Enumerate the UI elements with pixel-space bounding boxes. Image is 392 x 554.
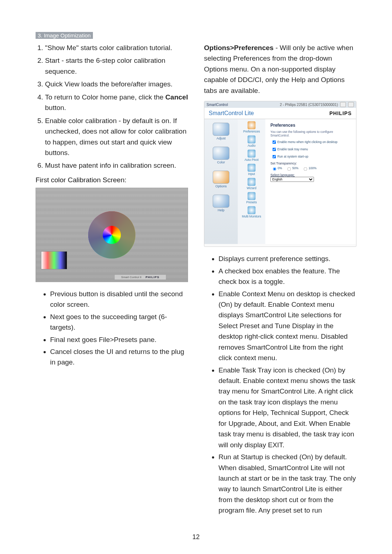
subtab-multi-monitors[interactable]: Multi Monitors bbox=[242, 206, 261, 218]
close-window-button[interactable] bbox=[348, 102, 354, 107]
language-label: Select language: bbox=[270, 173, 351, 177]
window-titlebar: SmartControl 2 - Philips 225B1 (CS307150… bbox=[204, 101, 356, 108]
bullet-item: Run at Startup is checked (On) by defaul… bbox=[219, 452, 356, 516]
panel-description: You can use the following options to con… bbox=[270, 130, 351, 137]
tab-icon bbox=[213, 171, 229, 184]
section-header: 3. Image Optimization bbox=[36, 32, 93, 39]
help-window-button[interactable] bbox=[340, 102, 346, 107]
main-tab-help[interactable]: Help bbox=[210, 195, 232, 212]
calibration-footer: Smart Control II PHILIPS bbox=[115, 275, 166, 280]
step-item: "Show Me" starts color calibration tutor… bbox=[45, 42, 188, 53]
right-column: Options>Preferences - Will only be activ… bbox=[204, 42, 356, 520]
subtab-icon bbox=[248, 178, 256, 186]
brand-logo-text: PHILIPS bbox=[330, 110, 352, 116]
step-item: Must have patent info in calibration scr… bbox=[45, 160, 188, 171]
pref-checkbox[interactable] bbox=[273, 147, 276, 151]
bullet-item: Enable Task Tray icon is checked (On) by… bbox=[219, 365, 356, 451]
subtab-icon bbox=[248, 150, 256, 158]
tab-icon bbox=[213, 147, 229, 160]
step-item: Quick View loads the before/after images… bbox=[45, 79, 188, 89]
subtab-presets[interactable]: Presets bbox=[246, 192, 257, 204]
left-column: "Show Me" starts color calibration tutor… bbox=[36, 42, 188, 520]
titlebar-monitor-info: 2 - Philips 225B1 (CS30715000001) bbox=[280, 103, 338, 107]
app-header: SmartControl Lite PHILIPS bbox=[204, 108, 356, 119]
subtab-icon bbox=[248, 192, 256, 200]
step-item: Start - starts the 6-step color calibrat… bbox=[45, 55, 188, 77]
pref-checkbox-row[interactable]: Enable menu when right clicking on deskt… bbox=[270, 139, 351, 146]
bullet-item: Displays current preference settings. bbox=[219, 253, 356, 264]
step-item: To return to Color home pane, click the … bbox=[45, 92, 188, 113]
calibration-screenshot: Smart Control II PHILIPS bbox=[36, 188, 188, 282]
steps-list: "Show Me" starts color calibration tutor… bbox=[36, 42, 188, 171]
subtab-wizard[interactable]: Wizard bbox=[247, 178, 256, 190]
subtab-audio[interactable]: Audio bbox=[248, 135, 256, 147]
transparency-label: Set Transparency: bbox=[270, 162, 297, 165]
subheading: First color Calibration Screen: bbox=[36, 176, 188, 184]
left-bullet-list: Previous button is disabled until the se… bbox=[36, 289, 188, 368]
transparency-section: Set Transparency: 0%50%100% bbox=[270, 162, 351, 172]
subtab-input[interactable]: Input bbox=[248, 164, 256, 176]
main-tabs: AdjustColorOptionsHelp bbox=[204, 119, 238, 244]
right-bullet-list: Displays current preference settings.A c… bbox=[204, 253, 356, 516]
bullet-item: Previous button is disabled until the se… bbox=[50, 289, 188, 310]
color-wheel-icon bbox=[88, 211, 135, 258]
tab-icon bbox=[213, 195, 229, 208]
subtab-icon bbox=[248, 135, 256, 143]
subtab-auto-pivot[interactable]: Auto Pivot bbox=[245, 150, 259, 162]
bullet-item: Cancel closes the UI and returns to the … bbox=[50, 346, 188, 368]
bullet-item: Next goes to the succeeding target (6-ta… bbox=[50, 311, 188, 333]
main-tab-adjust[interactable]: Adjust bbox=[210, 123, 232, 140]
footer-text: Smart Control II bbox=[121, 276, 142, 279]
titlebar-app-name: SmartControl bbox=[207, 103, 228, 107]
pref-checkbox[interactable] bbox=[273, 140, 276, 144]
options-preferences-intro: Options>Preferences - Will only be activ… bbox=[204, 42, 356, 96]
transparency-radio[interactable] bbox=[273, 167, 277, 171]
step-item: Enable color calibration - by default is… bbox=[45, 115, 188, 158]
transparency-option[interactable]: 0% bbox=[270, 166, 282, 171]
tab-icon bbox=[213, 123, 229, 136]
two-column-layout: "Show Me" starts color calibration tutor… bbox=[36, 42, 356, 520]
transparency-radio[interactable] bbox=[304, 167, 307, 171]
preferences-screenshot: SmartControl 2 - Philips 225B1 (CS307150… bbox=[204, 101, 356, 247]
document-page: 3. Image Optimization "Show Me" starts c… bbox=[0, 0, 392, 554]
color-gradient-swatch bbox=[41, 251, 67, 269]
brand-text: PHILIPS bbox=[146, 276, 159, 279]
subtab-icon bbox=[248, 121, 256, 129]
titlebar-right: 2 - Philips 225B1 (CS30715000001) bbox=[280, 102, 354, 107]
app-title: SmartControl Lite bbox=[209, 110, 254, 117]
transparency-radio[interactable] bbox=[287, 167, 291, 171]
pref-checkbox-row[interactable]: Enable task tray menu bbox=[270, 146, 351, 153]
subtab-icon bbox=[248, 164, 256, 172]
main-tab-options[interactable]: Options bbox=[210, 171, 232, 188]
bullet-item: Final next goes File>Presets pane. bbox=[50, 334, 188, 345]
transparency-option[interactable]: 50% bbox=[285, 166, 298, 171]
subtab-icon bbox=[248, 206, 256, 214]
language-select[interactable]: English bbox=[270, 177, 314, 182]
bullet-item: Enable Context Menu on desktop is checke… bbox=[219, 289, 356, 363]
pref-checkbox-row[interactable]: Run at system start-up bbox=[270, 153, 351, 160]
options-subtabs: PreferencesAudioAuto PivotInputWizardPre… bbox=[238, 119, 265, 244]
pref-checkbox[interactable] bbox=[273, 155, 276, 158]
page-number: 12 bbox=[0, 533, 392, 541]
bullet-item: A checked box enables the feature. The c… bbox=[219, 266, 356, 287]
preferences-body: AdjustColorOptionsHelp PreferencesAudioA… bbox=[204, 119, 356, 244]
preferences-panel: Preferences You can use the following op… bbox=[265, 119, 356, 244]
main-tab-color[interactable]: Color bbox=[210, 147, 232, 164]
panel-title: Preferences bbox=[270, 123, 351, 128]
transparency-option[interactable]: 100% bbox=[301, 166, 317, 171]
subtab-preferences[interactable]: Preferences bbox=[243, 121, 260, 133]
